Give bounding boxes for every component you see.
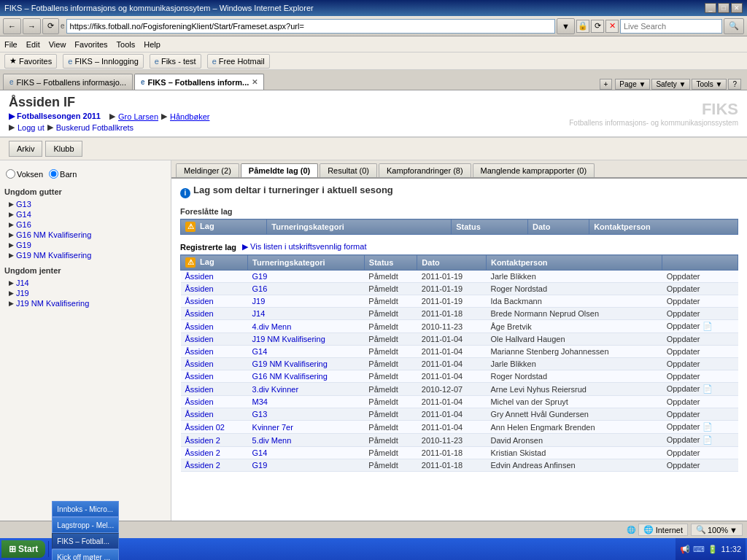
cell-lag[interactable]: Åssiden bbox=[181, 308, 248, 320]
oppdater-link[interactable]: Oppdater bbox=[667, 297, 700, 306]
address-input[interactable] bbox=[66, 19, 556, 34]
refresh-button[interactable]: ⟳ bbox=[42, 18, 59, 34]
nav-gro-larsen[interactable]: Gro Larsen bbox=[118, 112, 158, 121]
cell-tur[interactable]: 3.div Kvinner bbox=[248, 383, 365, 396]
cell-lag[interactable]: Åssiden bbox=[181, 333, 248, 346]
taskbar-btn-1[interactable]: Lagstropp - Mel... bbox=[52, 517, 119, 533]
cell-tur[interactable]: G19 NM Kvalifisering bbox=[248, 358, 365, 370]
minimize-button[interactable]: _ bbox=[705, 3, 716, 13]
browser-tab-1[interactable]: e FIKS – Fotballens informasjo... bbox=[3, 74, 133, 90]
cell-tur[interactable]: Kvinner 7er bbox=[248, 421, 365, 434]
cell-tur[interactable]: G16 NM Kvalifisering bbox=[248, 370, 365, 383]
menu-file[interactable]: File bbox=[4, 40, 18, 49]
cell-tur[interactable]: M34 bbox=[248, 396, 365, 408]
cell-tur[interactable]: J19 bbox=[248, 295, 365, 308]
cell-lag[interactable]: Åssiden 2 bbox=[181, 459, 248, 472]
radio-barn[interactable]: Barn bbox=[49, 169, 77, 179]
help-button[interactable]: ? bbox=[728, 79, 741, 90]
cell-lag[interactable]: Åssiden 02 bbox=[181, 421, 248, 434]
registrerte-print-link[interactable]: ▶ Vis listen i utskriftsvennlig format bbox=[242, 242, 366, 252]
oppdater-link[interactable]: Oppdater bbox=[667, 359, 700, 368]
cell-tur[interactable]: G16 bbox=[248, 283, 365, 295]
taskbar-btn-0[interactable]: Innboks - Micro... bbox=[52, 501, 119, 517]
cell-lag[interactable]: Åssiden bbox=[181, 408, 248, 421]
tab-kampforandringer[interactable]: Kampforandringer (8) bbox=[379, 163, 471, 177]
cell-tur[interactable]: G19 bbox=[248, 459, 365, 472]
oppdater-link[interactable]: Oppdater bbox=[667, 309, 700, 318]
close-button[interactable]: ✕ bbox=[731, 3, 743, 13]
radio-voksen[interactable]: Voksen bbox=[6, 169, 43, 179]
cell-lag[interactable]: Åssiden bbox=[181, 396, 248, 408]
season-link[interactable]: ▶ Fotballsesongen 2011 bbox=[9, 112, 101, 121]
cell-lag[interactable]: Åssiden bbox=[181, 271, 248, 283]
oppdater-link[interactable]: Oppdater bbox=[667, 461, 700, 470]
menu-view[interactable]: View bbox=[49, 40, 66, 49]
oppdater-link[interactable]: Oppdater bbox=[667, 384, 700, 393]
oppdater-link[interactable]: Oppdater bbox=[667, 284, 700, 293]
nav-handboker[interactable]: Håndbøker bbox=[170, 112, 209, 121]
cell-tur[interactable]: J14 bbox=[248, 308, 365, 320]
oppdater-link[interactable]: Oppdater bbox=[667, 448, 700, 457]
live-search-input[interactable] bbox=[620, 19, 722, 34]
sidebar-item-g13[interactable]: ▶G13 bbox=[4, 199, 166, 209]
menu-favorites[interactable]: Favorites bbox=[74, 40, 107, 49]
oppdater-link[interactable]: Oppdater bbox=[667, 422, 700, 431]
menu-edit[interactable]: Edit bbox=[26, 40, 40, 49]
tab-close-button[interactable]: ✕ bbox=[252, 78, 258, 86]
search-button[interactable]: 🔍 bbox=[724, 18, 744, 34]
refresh-icon[interactable]: ⟳ bbox=[591, 20, 604, 33]
sidebar-item-g16[interactable]: ▶G16 bbox=[4, 219, 166, 230]
cell-lag[interactable]: Åssiden bbox=[181, 320, 248, 333]
cell-lag[interactable]: Åssiden bbox=[181, 295, 248, 308]
fav-innlogging[interactable]: e FIKS – Innlogging bbox=[63, 54, 144, 69]
stop-icon[interactable]: ✕ bbox=[605, 20, 619, 33]
cell-tur[interactable]: G13 bbox=[248, 408, 365, 421]
menu-help[interactable]: Help bbox=[144, 40, 160, 49]
tools-button[interactable]: Tools ▼ bbox=[692, 79, 727, 90]
cell-lag[interactable]: Åssiden bbox=[181, 283, 248, 295]
cell-lag[interactable]: Åssiden bbox=[181, 370, 248, 383]
oppdater-link[interactable]: Oppdater bbox=[667, 335, 700, 343]
tab-resultat[interactable]: Resultat (0) bbox=[320, 163, 377, 177]
oppdater-link[interactable]: Oppdater bbox=[667, 347, 700, 356]
klubb-button[interactable]: Klubb bbox=[45, 141, 82, 157]
cell-lag[interactable]: Åssiden bbox=[181, 383, 248, 396]
arkiv-button[interactable]: Arkiv bbox=[9, 141, 42, 157]
tab-pameldte[interactable]: Påmeldte lag (0) bbox=[241, 163, 318, 177]
oppdater-link[interactable]: Oppdater bbox=[667, 410, 700, 419]
forward-button[interactable]: → bbox=[23, 18, 41, 34]
cell-lag[interactable]: Åssiden bbox=[181, 346, 248, 358]
browser-tab-2[interactable]: e FIKS – Fotballens inform... ✕ bbox=[134, 74, 264, 90]
cell-tur[interactable]: G14 bbox=[248, 346, 365, 358]
sidebar-item-g14[interactable]: ▶G14 bbox=[4, 209, 166, 219]
safety-button[interactable]: Safety ▼ bbox=[651, 79, 690, 90]
cell-tur[interactable]: G19 bbox=[248, 271, 365, 283]
fav-fiks-test[interactable]: e Fiks - test bbox=[150, 54, 201, 69]
sidebar-item-j19[interactable]: ▶J19 bbox=[4, 288, 166, 298]
sidebar-item-j14[interactable]: ▶J14 bbox=[4, 278, 166, 288]
sidebar-item-j19nm[interactable]: ▶J19 NM Kvalifisering bbox=[4, 298, 166, 308]
cell-tur[interactable]: J19 NM Kvalifisering bbox=[248, 333, 365, 346]
sidebar-item-g19[interactable]: ▶G19 bbox=[4, 240, 166, 250]
go-button[interactable]: ▼ bbox=[557, 18, 575, 34]
favorites-button[interactable]: ★ Favorites bbox=[4, 54, 57, 69]
sidebar-item-g19nm[interactable]: ▶G19 NM Kvalifisering bbox=[4, 250, 166, 260]
nav-logg-ut[interactable]: Logg ut bbox=[18, 123, 44, 132]
cell-lag[interactable]: Åssiden 2 bbox=[181, 447, 248, 459]
oppdater-link[interactable]: Oppdater bbox=[667, 272, 700, 281]
cell-tur[interactable]: 5.div Menn bbox=[248, 434, 365, 447]
page-button[interactable]: Page ▼ bbox=[615, 79, 650, 90]
nav-buskerud[interactable]: Buskerud Fotballkrets bbox=[56, 123, 133, 132]
cell-lag[interactable]: Åssiden bbox=[181, 358, 248, 370]
oppdater-link[interactable]: Oppdater bbox=[667, 435, 700, 444]
oppdater-link[interactable]: Oppdater bbox=[667, 322, 700, 330]
cell-lag[interactable]: Åssiden 2 bbox=[181, 434, 248, 447]
tab-manglende[interactable]: Manglende kamprapporter (0) bbox=[473, 163, 595, 177]
fav-hotmail[interactable]: e Free Hotmail bbox=[207, 54, 270, 69]
cell-tur[interactable]: 4.div Menn bbox=[248, 320, 365, 333]
cell-tur[interactable]: G14 bbox=[248, 447, 365, 459]
taskbar-btn-2[interactable]: FIKS – Fotball... bbox=[52, 533, 119, 548]
tab-meldinger[interactable]: Meldinger (2) bbox=[176, 163, 239, 177]
menu-tools[interactable]: Tools bbox=[117, 40, 136, 49]
tab-new-button[interactable]: + bbox=[600, 79, 613, 90]
